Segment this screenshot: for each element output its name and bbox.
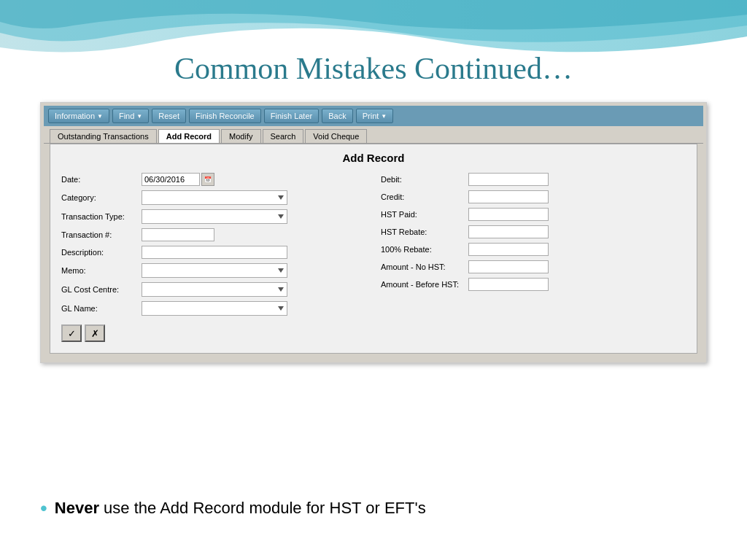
amount-no-hst-row: Amount - No HST: bbox=[381, 260, 686, 273]
bold-never-text: Never bbox=[55, 499, 99, 517]
gl-name-label: GL Name: bbox=[61, 304, 142, 313]
find-button[interactable]: Find ▼ bbox=[112, 109, 149, 123]
memo-select[interactable] bbox=[142, 263, 287, 278]
form-columns: Date: 📅 Category: Transaction Type: bbox=[61, 173, 686, 342]
transaction-type-row: Transaction Type: bbox=[61, 209, 366, 224]
hst-paid-label: HST Paid: bbox=[381, 210, 468, 219]
form-right-column: Debit: Credit: HST Paid: bbox=[381, 173, 686, 342]
hst-rebate-input[interactable] bbox=[468, 225, 549, 238]
rebate-100-input[interactable] bbox=[468, 243, 549, 256]
app-window: Information ▼ Find ▼ Reset Finish Reconc… bbox=[40, 102, 707, 363]
form-left-column: Date: 📅 Category: Transaction Type: bbox=[61, 173, 366, 342]
print-button[interactable]: Print ▼ bbox=[356, 109, 394, 123]
cancel-button[interactable]: ✗ bbox=[85, 324, 105, 342]
tab-add-record[interactable]: Add Record bbox=[158, 129, 220, 143]
memo-label: Memo: bbox=[61, 266, 142, 275]
category-select[interactable] bbox=[142, 190, 287, 205]
finish-later-button[interactable]: Finish Later bbox=[264, 109, 319, 123]
amount-no-hst-input[interactable] bbox=[468, 260, 549, 273]
debit-row: Debit: bbox=[381, 173, 686, 186]
form-area: Add Record Date: 📅 Category: bbox=[50, 144, 697, 354]
print-dropdown-arrow: ▼ bbox=[381, 113, 387, 120]
page-title: Common Mistakes Continued… bbox=[0, 51, 747, 86]
rebate-100-row: 100% Rebate: bbox=[381, 243, 686, 256]
gl-cost-centre-label: GL Cost Centre: bbox=[61, 285, 142, 294]
bottom-text-area: • Never use the Add Record module for HS… bbox=[40, 497, 707, 520]
tab-bar: Outstanding Transactions Add Record Modi… bbox=[44, 126, 703, 144]
date-row: Date: 📅 bbox=[61, 173, 366, 186]
date-input[interactable] bbox=[142, 173, 200, 186]
date-label: Date: bbox=[61, 175, 142, 184]
transaction-number-label: Transaction #: bbox=[61, 230, 142, 239]
credit-input[interactable] bbox=[468, 190, 549, 203]
credit-label: Credit: bbox=[381, 192, 468, 201]
information-button[interactable]: Information ▼ bbox=[48, 109, 109, 123]
memo-row: Memo: bbox=[61, 263, 366, 278]
tab-outstanding-transactions[interactable]: Outstanding Transactions bbox=[50, 129, 157, 143]
gl-cost-centre-select[interactable] bbox=[142, 282, 287, 297]
amount-before-hst-input[interactable] bbox=[468, 278, 549, 291]
amount-no-hst-label: Amount - No HST: bbox=[381, 262, 468, 271]
hst-rebate-label: HST Rebate: bbox=[381, 228, 468, 236]
description-row: Description: bbox=[61, 246, 366, 259]
action-buttons: ✓ ✗ bbox=[61, 324, 366, 342]
bullet-dot: • bbox=[40, 497, 47, 520]
confirm-button[interactable]: ✓ bbox=[61, 324, 82, 342]
credit-row: Credit: bbox=[381, 190, 686, 203]
hst-rebate-row: HST Rebate: bbox=[381, 225, 686, 238]
toolbar: Information ▼ Find ▼ Reset Finish Reconc… bbox=[44, 106, 703, 126]
debit-label: Debit: bbox=[381, 175, 468, 184]
tab-search[interactable]: Search bbox=[263, 129, 304, 143]
transaction-number-input[interactable] bbox=[142, 228, 214, 241]
back-button[interactable]: Back bbox=[322, 109, 352, 123]
bottom-text-rest: use the Add Record module for HST or EFT… bbox=[99, 499, 426, 517]
find-dropdown-arrow: ▼ bbox=[136, 113, 142, 120]
hst-paid-input[interactable] bbox=[468, 208, 549, 221]
calendar-button[interactable]: 📅 bbox=[201, 173, 214, 186]
transaction-type-select[interactable] bbox=[142, 209, 287, 224]
tab-void-cheque[interactable]: Void Cheque bbox=[305, 129, 367, 143]
category-label: Category: bbox=[61, 193, 142, 202]
rebate-100-label: 100% Rebate: bbox=[381, 245, 468, 254]
content-area: Information ▼ Find ▼ Reset Finish Reconc… bbox=[40, 102, 707, 363]
transaction-number-row: Transaction #: bbox=[61, 228, 366, 241]
hst-paid-row: HST Paid: bbox=[381, 208, 686, 221]
amount-before-hst-row: Amount - Before HST: bbox=[381, 278, 686, 291]
reset-button[interactable]: Reset bbox=[152, 109, 186, 123]
information-dropdown-arrow: ▼ bbox=[97, 113, 103, 120]
debit-input[interactable] bbox=[468, 173, 549, 186]
category-row: Category: bbox=[61, 190, 366, 205]
bottom-text-content: Never use the Add Record module for HST … bbox=[55, 497, 426, 520]
tab-modify[interactable]: Modify bbox=[221, 129, 260, 143]
amount-before-hst-label: Amount - Before HST: bbox=[381, 280, 468, 289]
gl-cost-centre-row: GL Cost Centre: bbox=[61, 282, 366, 297]
gl-name-row: GL Name: bbox=[61, 301, 366, 316]
finish-reconcile-button[interactable]: Finish Reconcile bbox=[189, 109, 261, 123]
gl-name-select[interactable] bbox=[142, 301, 287, 316]
description-label: Description: bbox=[61, 248, 142, 257]
transaction-type-label: Transaction Type: bbox=[61, 212, 142, 221]
form-title: Add Record bbox=[61, 152, 686, 164]
description-input[interactable] bbox=[142, 246, 287, 259]
